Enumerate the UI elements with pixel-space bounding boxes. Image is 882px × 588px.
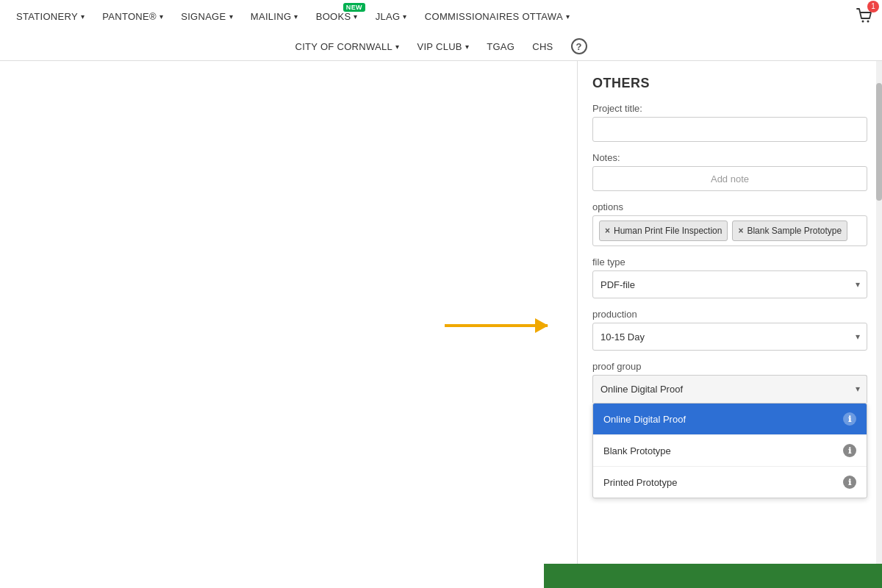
nav-item-commissionaires[interactable]: COMMISSIONAIRES OTTAWA ▾	[416, 0, 578, 32]
nav-row-1: STATIONERY ▾ PANTONE® ▾ SIGNAGE ▾ MAILIN…	[7, 0, 875, 32]
proof-group-label: proof group	[592, 361, 867, 372]
tag-label-human-print: Human Print File Inspection	[614, 226, 722, 236]
nav-item-books[interactable]: BOOKS NEW ▾	[307, 0, 367, 32]
dropdown-option-printed-prototype[interactable]: Printed Prototype ℹ	[593, 467, 867, 498]
help-button[interactable]: ?	[562, 32, 596, 60]
scrollbar-thumb[interactable]	[876, 83, 882, 201]
panel-title: OTHERS	[592, 76, 867, 91]
production-select[interactable]: 10-15 Day	[592, 323, 867, 351]
tag-label-blank-sample: Blank Sample Prototype	[747, 226, 842, 236]
chevron-icon: ▾	[403, 12, 406, 21]
nav-item-vipclub[interactable]: VIP CLUB ▾	[408, 32, 478, 60]
production-select-wrap: 10-15 Day ▾	[592, 323, 867, 351]
production-label: production	[592, 309, 867, 320]
bottom-action-bar	[544, 564, 882, 588]
nav-item-mailing[interactable]: MAILING ▾	[242, 0, 307, 32]
tags-container: × Human Print File Inspection × Blank Sa…	[592, 215, 867, 246]
nav-row-2: CITY OF CORNWALL ▾ VIP CLUB ▾ TGAG CHS ?	[7, 32, 875, 60]
notes-label: Notes:	[592, 152, 867, 163]
cart-count: 1	[867, 1, 879, 12]
project-title-input[interactable]	[592, 117, 867, 142]
proof-group-dropdown: Online Digital Proof ℹ Blank Prototype ℹ…	[592, 403, 867, 498]
file-type-value: PDF-file	[600, 279, 635, 290]
nav-item-signage[interactable]: SIGNAGE ▾	[172, 0, 242, 32]
file-type-select[interactable]: PDF-file	[592, 270, 867, 298]
nav-item-chs[interactable]: CHS	[523, 32, 562, 60]
nav-item-cornwall[interactable]: CITY OF CORNWALL ▾	[286, 32, 408, 60]
tag-close-human-print[interactable]: ×	[605, 226, 610, 236]
svg-point-0	[862, 20, 864, 22]
chevron-icon: ▾	[395, 43, 399, 51]
dropdown-option-label: Printed Prototype	[603, 477, 677, 488]
info-icon-printed-prototype[interactable]: ℹ	[843, 476, 856, 489]
nav-item-stationery[interactable]: STATIONERY ▾	[7, 0, 93, 32]
chevron-icon: ▾	[566, 12, 570, 21]
chevron-icon: ▾	[354, 12, 357, 21]
tag-human-print: × Human Print File Inspection	[599, 220, 728, 241]
project-title-label: Project title:	[592, 103, 867, 114]
main-content: OTHERS Project title: Notes: Add note op…	[0, 61, 882, 588]
new-badge: NEW	[343, 3, 365, 12]
dropdown-option-online-digital-proof[interactable]: Online Digital Proof ℹ	[593, 404, 867, 435]
arrow-indicator	[445, 324, 548, 327]
options-label: options	[592, 201, 867, 212]
top-nav: STATIONERY ▾ PANTONE® ▾ SIGNAGE ▾ MAILIN…	[0, 0, 882, 61]
proof-group-value: Online Digital Proof	[600, 384, 683, 395]
file-type-select-wrap: PDF-file ▾	[592, 270, 867, 298]
dropdown-option-label: Blank Prototype	[603, 445, 671, 456]
arrow-line	[445, 324, 548, 327]
tag-blank-sample: × Blank Sample Prototype	[732, 220, 847, 241]
proof-group-form-group: proof group Online Digital Proof ▾ Onlin…	[592, 361, 867, 498]
chevron-icon: ▾	[159, 12, 163, 21]
chevron-icon: ▾	[81, 12, 85, 21]
proof-group-select-wrap: Online Digital Proof ▾	[592, 375, 867, 403]
production-group: production 10-15 Day ▾	[592, 309, 867, 351]
project-title-group: Project title:	[592, 103, 867, 142]
dropdown-option-label: Online Digital Proof	[603, 414, 686, 425]
help-icon: ?	[571, 38, 587, 54]
chevron-icon: ▾	[465, 43, 469, 51]
notes-group: Notes: Add note	[592, 152, 867, 191]
nav-item-pantone[interactable]: PANTONE® ▾	[93, 0, 172, 32]
right-panel: OTHERS Project title: Notes: Add note op…	[577, 61, 882, 588]
info-icon-online-digital-proof[interactable]: ℹ	[843, 412, 856, 426]
dropdown-option-blank-prototype[interactable]: Blank Prototype ℹ	[593, 435, 867, 467]
cart-button[interactable]: 1	[854, 5, 875, 28]
nav-item-jlag[interactable]: JLAG ▾	[367, 0, 416, 32]
file-type-group: file type PDF-file ▾	[592, 257, 867, 298]
tag-close-blank-sample[interactable]: ×	[738, 226, 743, 236]
chevron-icon: ▾	[294, 12, 298, 21]
proof-group-wrap: Online Digital Proof ▾ Online Digital Pr…	[592, 375, 867, 498]
file-type-label: file type	[592, 257, 867, 268]
add-note-button[interactable]: Add note	[592, 166, 867, 191]
scrollbar-track	[876, 61, 882, 588]
left-area	[0, 61, 577, 588]
chevron-icon: ▾	[229, 12, 233, 21]
proof-group-select[interactable]: Online Digital Proof	[592, 375, 867, 403]
production-value: 10-15 Day	[600, 331, 645, 343]
options-group: options × Human Print File Inspection × …	[592, 201, 867, 246]
info-icon-blank-prototype[interactable]: ℹ	[843, 444, 856, 457]
svg-point-1	[867, 20, 870, 22]
nav-item-tgag[interactable]: TGAG	[478, 32, 523, 60]
